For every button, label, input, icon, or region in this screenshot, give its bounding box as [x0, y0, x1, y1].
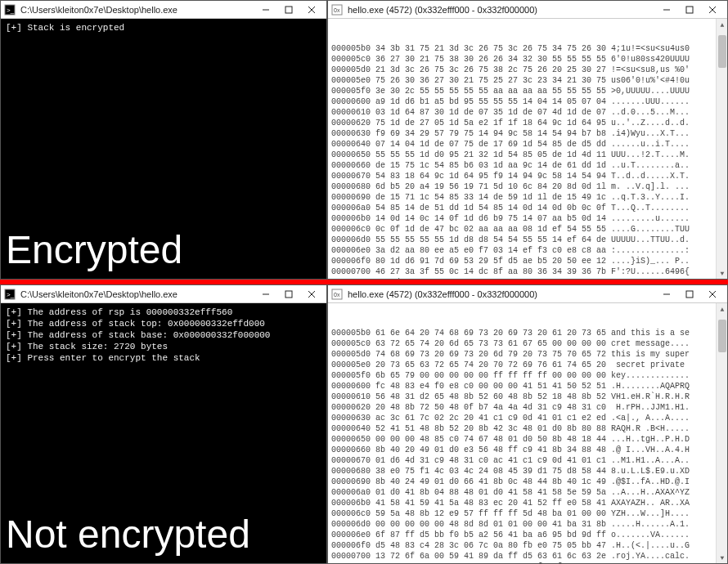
hex-row: 00000670 54 83 18 64 9c 1d 64 95 f9 14 9… [331, 171, 724, 181]
hex-row: 000005e0 75 26 30 36 27 30 21 75 25 27 3… [331, 75, 724, 86]
hex-body-bottom[interactable]: 000005b0 61 6e 64 20 74 68 69 73 20 69 7… [328, 303, 727, 563]
hex-row: 00000710 65 78 65 00 00 00 00 10 00 00 0… [331, 562, 724, 563]
console-line: [+] The address of rsp is 000000332efff5… [6, 307, 321, 318]
hex-row: 00000670 01 d6 4d 31 c9 48 31 c0 ac 41 c… [331, 455, 724, 466]
close-icon[interactable] [300, 286, 323, 302]
hex-row: 00000710 30 2d 30 55 55 55 55 45 55 55 5… [331, 277, 724, 279]
console-line: [+] Press enter to encrypt the stack [6, 352, 321, 364]
hex-row: 00000700 46 27 3a 3f 55 0c 14 dc 8f aa 8… [331, 266, 724, 277]
hex-row: 000006d0 00 00 00 00 00 48 8d 8d 01 01 0… [331, 519, 724, 530]
hex-row: 00000640 07 14 04 1d de 07 75 de 17 69 1… [331, 139, 724, 150]
console-titlebar-bottom[interactable]: >_ C:\Users\kleiton0x7e\Desktop\hello.ex… [1, 285, 326, 303]
scroll-down-icon[interactable]: ▼ [717, 267, 727, 279]
max-icon[interactable] [277, 2, 300, 18]
hex-icon: 0x [331, 289, 343, 300]
min-icon[interactable] [254, 286, 277, 302]
hex-row: 00000650 55 55 55 1d d0 95 21 32 1d 54 8… [331, 150, 724, 160]
svg-rect-15 [285, 291, 292, 298]
hex-window-top: 0x hello.exe (4572) (0x332efff000 - 0x33… [327, 0, 728, 280]
hex-row: 000005c0 36 27 30 21 75 38 30 26 26 34 3… [331, 54, 724, 65]
scroll-up-icon[interactable]: ▲ [717, 303, 727, 315]
console-line: [+] Stack is encrypted [6, 22, 321, 34]
svg-rect-3 [285, 7, 292, 13]
hex-row: 000006d0 55 55 55 55 55 1d d8 d8 54 54 5… [331, 235, 724, 245]
top-half: >_ C:\Users\kleiton0x7e\Desktop\hello.ex… [0, 0, 728, 280]
svg-rect-9 [686, 7, 693, 13]
hex-row: 000005b0 34 3b 31 75 21 3d 3c 26 75 3c 2… [331, 43, 724, 54]
min-icon[interactable] [655, 2, 678, 18]
svg-rect-21 [686, 291, 693, 298]
hex-row: 000006a0 54 85 14 de 51 dd 1d 54 85 14 0… [331, 203, 724, 213]
max-icon[interactable] [277, 286, 300, 302]
hex-row: 00000690 8b 40 24 49 01 d0 66 41 8b 0c 4… [331, 477, 724, 487]
svg-text:0x: 0x [334, 7, 340, 13]
hex-row: 000005b0 61 6e 64 20 74 68 69 73 20 69 7… [331, 328, 724, 338]
hex-row: 00000680 6d b5 20 a4 19 56 19 71 5d 10 6… [331, 181, 724, 192]
console-line: [+] The address of stack top: 0x00000033… [6, 318, 321, 329]
hex-row: 000006e0 6f 87 ff d5 bb f0 b5 a2 56 41 b… [331, 530, 724, 540]
hex-row: 00000700 13 72 6f 6a 00 59 41 89 da ff d… [331, 551, 724, 562]
scroll-thumb[interactable] [718, 35, 726, 68]
hex-row: 00000660 de 15 75 1c 54 85 b6 03 1d aa 9… [331, 160, 724, 171]
scroll-up-icon[interactable]: ▲ [717, 19, 727, 30]
close-icon[interactable] [701, 2, 724, 18]
min-icon[interactable] [254, 2, 277, 18]
hex-row: 000005f0 3e 30 2c 55 55 55 55 55 aa aa a… [331, 86, 724, 96]
hex-row: 000005e0 20 73 65 63 72 65 74 20 70 72 6… [331, 360, 724, 370]
cmd-icon: >_ [4, 289, 16, 300]
scroll-thumb[interactable] [718, 320, 726, 352]
hex-row: 000005d0 21 3d 3c 26 75 3c 26 75 38 2c 7… [331, 65, 724, 75]
min-icon[interactable] [655, 286, 678, 302]
console-title-bottom: C:\Users\kleiton0x7e\Desktop\hello.exe [20, 289, 254, 299]
close-icon[interactable] [701, 286, 724, 302]
hex-row: 000006f0 d5 48 83 c4 28 3c 06 7c 0a 80 f… [331, 540, 724, 551]
console-titlebar-top[interactable]: >_ C:\Users\kleiton0x7e\Desktop\hello.ex… [1, 1, 326, 19]
hex-row: 000005f0 6b 65 79 00 00 00 00 00 ff ff f… [331, 370, 724, 381]
max-icon[interactable] [678, 286, 701, 302]
hex-row: 000005d0 74 68 69 73 20 69 73 20 6d 79 2… [331, 349, 724, 360]
hex-row: 00000690 de 15 71 1c 54 85 33 14 de 59 1… [331, 192, 724, 203]
hex-row: 00000630 f9 69 34 29 57 79 75 14 94 9c 5… [331, 128, 724, 139]
hex-row: 00000640 52 41 51 48 8b 52 20 8b 42 3c 4… [331, 423, 724, 434]
svg-text:>_: >_ [7, 291, 15, 298]
hex-row: 000006c0 59 5a 48 8b 12 e9 57 ff ff ff 5… [331, 508, 724, 519]
hex-row: 00000620 75 1d de 27 05 1d 5a e2 1f 1f 1… [331, 118, 724, 128]
hex-row: 00000610 03 1d 64 87 30 1d de 07 35 1d d… [331, 107, 724, 118]
hex-titlebar-top[interactable]: 0x hello.exe (4572) (0x332efff000 - 0x33… [328, 1, 727, 19]
cmd-icon: >_ [4, 4, 16, 16]
svg-text:0x: 0x [334, 292, 340, 298]
console-title-top: C:\Users\kleiton0x7e\Desktop\hello.exe [20, 5, 254, 15]
hex-row: 000006a0 01 d0 41 8b 04 88 48 01 d0 41 5… [331, 487, 724, 498]
hex-row: 000006c0 0c 0f 1d de 47 bc 02 aa aa aa 0… [331, 224, 724, 235]
hex-title-top: hello.exe (4572) (0x332efff000 - 0x332f0… [348, 5, 655, 15]
hex-window-bottom: 0x hello.exe (4572) (0x332efff000 - 0x33… [327, 284, 728, 564]
overlay-label-top: Encrypted [6, 244, 182, 256]
hex-row: 00000650 00 00 00 48 85 c0 74 67 48 01 d… [331, 434, 724, 445]
overlay-label-bottom: Not encrypted [6, 529, 250, 540]
scrollbar[interactable]: ▲ ▼ [716, 303, 727, 563]
hex-row: 00000600 a9 1d d6 b1 a5 bd 95 55 55 55 1… [331, 96, 724, 107]
console-line: [+] The address of stack base: 0x0000003… [6, 329, 321, 341]
console-body-bottom[interactable]: [+] The address of rsp is 000000332efff5… [1, 303, 326, 563]
hex-row: 000006e0 3a d2 aa 80 ee a5 e0 f7 03 14 e… [331, 245, 724, 256]
max-icon[interactable] [678, 2, 701, 18]
close-icon[interactable] [300, 2, 323, 18]
scroll-down-icon[interactable]: ▼ [717, 552, 727, 563]
hex-row: 00000680 38 e0 75 f1 4c 03 4c 24 08 45 3… [331, 466, 724, 477]
hex-row: 000006f0 80 1d d6 91 7d 69 53 29 5f d5 a… [331, 256, 724, 266]
hex-row: 00000600 fc 48 83 e4 f0 e8 c0 00 00 00 4… [331, 381, 724, 392]
scrollbar[interactable]: ▲ ▼ [716, 19, 727, 279]
hex-body-top[interactable]: 000005b0 34 3b 31 75 21 3d 3c 26 75 3c 2… [328, 19, 727, 279]
console-body-top[interactable]: [+] Stack is encrypted Encrypted [1, 19, 326, 279]
hex-row: 00000660 8b 40 20 49 01 d0 e3 56 48 ff c… [331, 445, 724, 455]
console-window-top: >_ C:\Users\kleiton0x7e\Desktop\hello.ex… [0, 0, 327, 280]
hex-row: 00000620 20 48 8b 72 50 48 0f b7 4a 4a 4… [331, 402, 724, 413]
hex-row: 00000630 ac 3c 61 7c 02 2c 20 41 c1 c9 0… [331, 413, 724, 423]
hex-row: 00000610 56 48 31 d2 65 48 8b 52 60 48 8… [331, 392, 724, 402]
hex-title-bottom: hello.exe (4572) (0x332efff000 - 0x332f0… [348, 289, 655, 299]
hex-row: 000005c0 63 72 65 74 20 6d 65 73 73 61 6… [331, 338, 724, 349]
bottom-half: >_ C:\Users\kleiton0x7e\Desktop\hello.ex… [0, 284, 728, 564]
console-line: [+] The stack size: 2720 bytes [6, 341, 321, 352]
hex-titlebar-bottom[interactable]: 0x hello.exe (4572) (0x332efff000 - 0x33… [328, 285, 727, 303]
hex-row: 000006b0 41 58 41 59 41 5a 48 83 ec 20 4… [331, 498, 724, 508]
